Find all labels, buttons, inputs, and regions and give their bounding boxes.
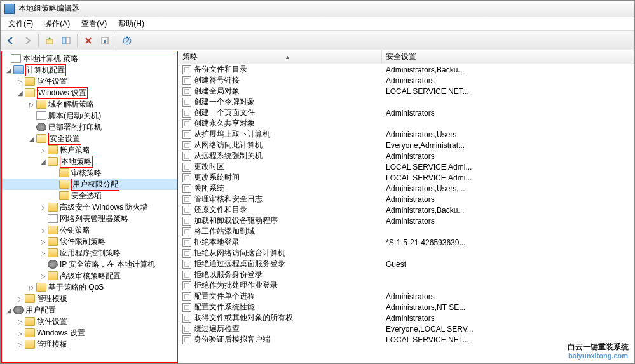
tree-uc-software[interactable]: ▷软件设置 — [2, 316, 177, 327]
list-row[interactable]: 管理审核和安全日志Administrators — [179, 194, 634, 205]
tree-qos[interactable]: ▷基于策略的 QoS — [2, 281, 177, 293]
tree-dns-policy[interactable]: ▷域名解析策略 — [2, 98, 177, 110]
expand-icon[interactable]: ▷ — [16, 295, 25, 302]
list-row[interactable]: 创建永久共享对象 — [179, 118, 634, 129]
expand-icon[interactable]: ▷ — [16, 341, 25, 348]
expand-icon[interactable]: ▷ — [16, 318, 25, 325]
list-body[interactable]: 备份文件和目录Administrators,Backu...创建符号链接Admi… — [179, 64, 634, 363]
policy-name: 将工作站添加到域 — [194, 226, 255, 237]
tree-printers[interactable]: ▷已部署的打印机 — [2, 121, 177, 133]
list-row[interactable]: 从网络访问此计算机Everyone,Administrat... — [179, 140, 634, 151]
properties-button[interactable] — [97, 33, 113, 48]
column-security[interactable]: 安全设置 — [382, 50, 634, 64]
list-panel: 策略▲ 安全设置 备份文件和目录Administrators,Backu...创… — [179, 50, 634, 363]
tree-account-policy[interactable]: ▷帐户策略 — [2, 144, 177, 156]
tree-security-options[interactable]: ▷安全选项 — [2, 190, 177, 201]
expand-icon[interactable]: ◢ — [4, 67, 13, 74]
help-button[interactable]: ? — [119, 33, 135, 48]
list-row[interactable]: 身份验证后模拟客户端LOCAL SERVICE,NET... — [179, 334, 634, 345]
list-row[interactable]: 创建全局对象LOCAL SERVICE,NET... — [179, 86, 634, 97]
tree-panel[interactable]: ▷本地计算机 策略 ◢计算机配置 ▷软件设置 ◢Windows 设置 ▷域名解析… — [1, 51, 178, 363]
tree-ipsec[interactable]: ▷IP 安全策略，在 本地计算机 — [2, 259, 177, 270]
tree-software-settings[interactable]: ▷软件设置 — [2, 76, 177, 87]
list-row[interactable]: 配置文件单个进程Administrators — [179, 291, 634, 302]
up-button[interactable] — [42, 33, 57, 48]
tree-appctrl[interactable]: ▷应用程序控制策略 — [2, 247, 177, 259]
policy-item-icon — [182, 109, 191, 118]
tree-windows-settings[interactable]: ◢Windows 设置 — [2, 87, 177, 98]
tree-audit-policy[interactable]: ▷审核策略 — [2, 167, 177, 179]
policy-name: 拒绝以服务身份登录 — [194, 269, 263, 280]
list-row[interactable]: 配置文件系统性能Administrators,NT SE... — [179, 302, 634, 313]
folder-open-icon — [36, 134, 46, 143]
expand-icon[interactable]: ▷ — [39, 204, 48, 211]
menu-action[interactable]: 操作(A) — [39, 17, 75, 30]
expand-icon[interactable]: ◢ — [27, 135, 36, 142]
tree-user-config[interactable]: ◢用户配置 — [2, 304, 177, 316]
expand-icon[interactable]: ▷ — [39, 250, 48, 257]
tree-root[interactable]: ▷本地计算机 策略 — [2, 53, 177, 64]
tree-firewall[interactable]: ▷高级安全 Windows 防火墙 — [2, 201, 177, 213]
forward-button[interactable] — [20, 33, 35, 48]
list-row[interactable]: 创建符号链接Administrators — [179, 75, 634, 86]
expand-icon[interactable]: ◢ — [16, 90, 25, 97]
list-row[interactable]: 创建一个页面文件Administrators — [179, 107, 634, 118]
expand-icon[interactable]: ▷ — [39, 227, 48, 234]
column-policy[interactable]: 策略▲ — [179, 50, 382, 64]
list-row[interactable]: 从扩展坞上取下计算机Administrators,Users — [179, 129, 634, 140]
list-row[interactable]: 还原文件和目录Administrators,Backu... — [179, 205, 634, 215]
tree-uc-admtmpl[interactable]: ▷管理模板 — [2, 339, 177, 350]
expand-icon[interactable]: ▷ — [16, 330, 25, 337]
expand-icon[interactable]: ◢ — [4, 307, 13, 314]
list-row[interactable]: 拒绝从网络访问这台计算机 — [179, 248, 634, 259]
tree-softrestrict[interactable]: ▷软件限制策略 — [2, 236, 177, 247]
menu-view[interactable]: 查看(V) — [76, 17, 112, 30]
list-row[interactable]: 备份文件和目录Administrators,Backu... — [179, 64, 634, 75]
tree-label: 应用程序控制策略 — [60, 248, 121, 259]
menu-file[interactable]: 文件(F) — [3, 17, 38, 30]
security-setting: Administrators,NT SE... — [382, 303, 634, 312]
list-row[interactable]: 更改系统时间LOCAL SERVICE,Admi... — [179, 172, 634, 183]
list-row[interactable]: 加载和卸载设备驱动程序Administrators — [179, 215, 634, 226]
tree-uc-windows[interactable]: ▷Windows 设置 — [2, 327, 177, 339]
list-row[interactable]: 拒绝以服务身份登录 — [179, 269, 634, 280]
list-row[interactable]: 将工作站添加到域 — [179, 226, 634, 237]
list-row[interactable]: 拒绝本地登录*S-1-5-21-426593639... — [179, 237, 634, 248]
folder-open-icon — [48, 157, 58, 166]
delete-button[interactable] — [81, 33, 96, 48]
policy-name: 加载和卸载设备驱动程序 — [194, 215, 278, 226]
list-row[interactable]: 拒绝通过远程桌面服务登录Guest — [179, 259, 634, 269]
expand-icon[interactable]: ◢ — [39, 158, 48, 165]
tree-user-rights[interactable]: ▷用户权限分配 — [2, 179, 177, 190]
tree-pubkey[interactable]: ▷公钥策略 — [2, 224, 177, 236]
list-row[interactable]: 关闭系统Administrators,Users,... — [179, 183, 634, 194]
tree-security-settings[interactable]: ◢安全设置 — [2, 133, 177, 144]
list-row[interactable]: 取得文件或其他对象的所有权Administrators — [179, 313, 634, 323]
tree-netlist[interactable]: ▷网络列表管理器策略 — [2, 213, 177, 224]
tree-scripts[interactable]: ▷脚本(启动/关机) — [2, 110, 177, 121]
tree-admin-templates[interactable]: ▷管理模板 — [2, 293, 177, 304]
tree-advaudit[interactable]: ▷高级审核策略配置 — [2, 270, 177, 281]
expand-icon[interactable]: ▷ — [27, 101, 36, 108]
expand-icon[interactable]: ▷ — [27, 284, 36, 291]
tree-computer-config[interactable]: ◢计算机配置 — [2, 64, 177, 76]
list-row[interactable]: 更改时区LOCAL SERVICE,Admi... — [179, 161, 634, 172]
expand-icon[interactable]: ▷ — [39, 273, 48, 280]
expand-icon[interactable]: ▷ — [16, 78, 25, 85]
policy-name: 关闭系统 — [194, 183, 224, 194]
policy-item-icon — [182, 335, 191, 344]
titlebar: 本地组策略编辑器 — [1, 1, 634, 17]
back-button[interactable] — [3, 33, 18, 48]
list-row[interactable]: 创建一个令牌对象 — [179, 97, 634, 107]
show-hide-tree-button[interactable] — [58, 33, 74, 48]
menu-help[interactable]: 帮助(H) — [113, 17, 149, 30]
tree-label: 高级审核策略配置 — [60, 271, 121, 281]
tree-local-policy[interactable]: ◢本地策略 — [2, 156, 177, 167]
list-row[interactable]: 从远程系统强制关机Administrators — [179, 151, 634, 161]
printer-icon — [36, 123, 46, 131]
list-row[interactable]: 绕过遍历检查Everyone,LOCAL SERV... — [179, 323, 634, 334]
expand-icon[interactable]: ▷ — [39, 238, 48, 245]
tree-label: 帐户策略 — [60, 145, 90, 156]
list-row[interactable]: 拒绝作为批处理作业登录 — [179, 280, 634, 291]
expand-icon[interactable]: ▷ — [39, 147, 48, 154]
